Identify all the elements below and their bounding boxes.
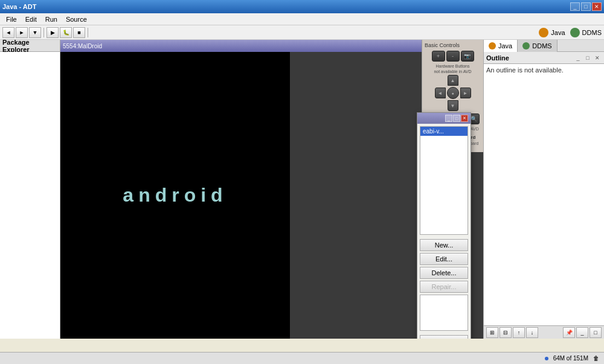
package-explorer-title: Package Explorer [2, 39, 57, 53]
right-tab-bar: Java DDMS [484, 40, 604, 52]
dialog-title-controls: _ □ ✕ [445, 115, 468, 122]
toolbar-forward[interactable]: ► [16, 27, 28, 38]
main-toolbar: ◄ ► ▼ ▶ 🐛 ■ Java DDMS [0, 25, 604, 40]
outline-maximize-btn[interactable]: □ [583, 54, 592, 62]
controls-title: Basic Controls [425, 42, 481, 48]
repair-button[interactable]: Repair... [420, 281, 468, 293]
toolbar-separator-2 [88, 28, 88, 37]
dialog-title-bar: _ □ ✕ [417, 113, 471, 124]
status-bar: 64M of 151M 🗑 [0, 352, 604, 364]
minimize-button[interactable]: _ [570, 2, 580, 11]
outline-header: Outline _ □ ✕ [484, 52, 604, 64]
android-text: android [123, 184, 227, 206]
java-perspective-icon [539, 28, 548, 37]
outline-toolbar-pin-btn[interactable]: 📌 [563, 327, 575, 338]
volume-up-btn[interactable]: + [432, 51, 445, 62]
java-tab-label: Java [498, 42, 512, 49]
outline-toolbar-btn-2[interactable]: ⊟ [500, 327, 512, 338]
window-title: Java - ADT [2, 3, 36, 10]
java-icon [489, 42, 496, 49]
outline-toolbar-maximize-btn[interactable]: □ [590, 327, 602, 338]
right-panel: Java DDMS Outline _ □ ✕ An outline is no… [483, 40, 604, 339]
controls-note2: not available in AVD [425, 69, 481, 74]
menu-run[interactable]: Run [42, 14, 61, 24]
tab-ddms[interactable]: DDMS [518, 40, 557, 52]
tab-java[interactable]: Java [484, 40, 518, 52]
ddms-perspective-icon [570, 28, 580, 37]
down-arrow: ▼ [451, 103, 455, 109]
memory-icon: 🗑 [593, 355, 599, 362]
outline-toolbar-minimize-btn[interactable]: _ [576, 327, 588, 338]
dpad-up-btn[interactable]: ▲ [448, 75, 458, 86]
avd-list[interactable]: eabi-v... [420, 126, 468, 235]
avd-list-item-1[interactable]: eabi-v... [420, 127, 467, 136]
menu-edit[interactable]: Edit [22, 14, 40, 24]
sidebar: Package Explorer [0, 40, 60, 339]
dialog-close-btn[interactable]: ✕ [461, 115, 468, 122]
maximize-button[interactable]: □ [581, 2, 591, 11]
dpad-down-btn[interactable]: ▼ [448, 100, 458, 111]
toolbar-dropdown[interactable]: ▼ [29, 27, 41, 38]
menu-source[interactable]: Source [62, 14, 91, 24]
new-button[interactable]: New... [420, 239, 468, 251]
center-area: 5554:MalDroid _ □ ✕ android Basic Contro… [60, 40, 483, 339]
up-arrow: ▲ [451, 78, 455, 83]
dpad-center-label: ● [451, 91, 454, 95]
dialog-body: eabi-v... New... Edit... Delete... Repai… [417, 124, 471, 339]
dpad: ▲ ▼ ◄ ► ● [435, 75, 471, 111]
outline-panel: Outline _ □ ✕ An outline is not availabl… [484, 52, 604, 339]
right-arrow: ► [463, 91, 468, 96]
phone-screen: android [60, 52, 290, 339]
volume-down-btn[interactable]: - [446, 51, 460, 62]
toolbar-stop[interactable]: ■ [73, 27, 85, 38]
dialog-maximize-btn[interactable]: □ [453, 115, 460, 122]
dpad-center-btn[interactable]: ● [447, 87, 459, 99]
edit-button[interactable]: Edit... [420, 253, 468, 265]
window-controls: _ □ ✕ [570, 2, 602, 11]
android-logo: android [123, 184, 227, 206]
avd-details-area [420, 295, 468, 331]
toolbar-separator-1 [43, 28, 44, 37]
main-area: Package Explorer 5554:MalDroid _ □ ✕ and… [0, 40, 604, 339]
controls-buttons-row: + - 📷 [425, 51, 481, 62]
package-explorer-content [0, 52, 60, 339]
outline-minimize-btn[interactable]: _ [574, 54, 582, 62]
ddms-icon [522, 42, 530, 49]
outline-content: An outline is not available. [484, 64, 604, 325]
details-button[interactable]: Details... [420, 335, 468, 339]
ddms-tab-label: DDMS [532, 42, 551, 49]
avd-dialog: _ □ ✕ eabi-v... New... Edit... Delete...… [417, 112, 471, 339]
menu-file[interactable]: File [2, 14, 21, 24]
outline-toolbar: ⊞ ⊟ ↑ ↓ 📌 _ □ [484, 325, 604, 339]
delete-button[interactable]: Delete... [420, 267, 468, 279]
package-explorer-header: Package Explorer [0, 40, 60, 52]
toolbar-run[interactable]: ▶ [47, 27, 59, 38]
outline-toolbar-btn-3[interactable]: ↑ [513, 327, 525, 338]
outline-toolbar-btn-1[interactable]: ⊞ [486, 327, 498, 338]
outline-controls: _ □ ✕ [574, 54, 602, 62]
camera-btn[interactable]: 📷 [461, 51, 474, 62]
outline-toolbar-btn-4[interactable]: ↓ [526, 327, 538, 338]
status-memory: 64M of 151M [553, 355, 588, 362]
controls-note: Hardware Buttons [425, 64, 481, 68]
java-perspective-tab[interactable]: Java [551, 29, 565, 36]
ddms-perspective-tab[interactable]: DDMS [582, 29, 602, 36]
left-arrow: ◄ [438, 91, 443, 96]
toolbar-back[interactable]: ◄ [2, 27, 14, 38]
dpad-left-btn[interactable]: ◄ [435, 88, 446, 98]
emulator-title-text: 5554:MalDroid [63, 43, 102, 49]
toolbar-debug[interactable]: 🐛 [60, 27, 72, 38]
progress-indicator [545, 357, 548, 360]
emulator-title-bar: 5554:MalDroid _ □ ✕ [60, 40, 483, 52]
title-bar: Java - ADT _ □ ✕ [0, 0, 604, 13]
outline-message: An outline is not available. [486, 66, 564, 74]
dpad-right-btn[interactable]: ► [460, 88, 471, 98]
outline-close-btn[interactable]: ✕ [593, 54, 602, 62]
dialog-minimize-btn[interactable]: _ [445, 115, 452, 122]
menu-bar: File Edit Run Source [0, 13, 604, 25]
close-button[interactable]: ✕ [592, 2, 602, 11]
outline-title: Outline [486, 54, 509, 62]
